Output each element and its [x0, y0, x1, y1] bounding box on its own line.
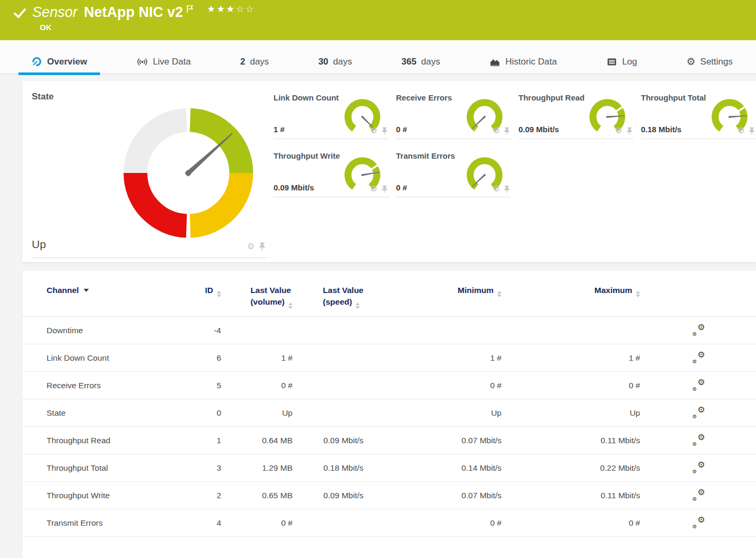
sort-icon [288, 303, 293, 309]
sensor-header: Sensor NetApp NIC v2 ★★★☆☆ OK [0, 0, 756, 40]
cell-maximum: 0.11 Mbit/s [503, 482, 641, 509]
cell-channel[interactable]: Transmit Errors [22, 509, 192, 537]
gauge-value: 0 # [396, 125, 407, 134]
pin-icon[interactable] [626, 127, 633, 135]
tab-2-days[interactable]: 2 days [227, 51, 281, 74]
tab-30-days[interactable]: 30 days [306, 51, 365, 74]
channel-settings-gear-icon[interactable]: ⚙⚙ [693, 406, 705, 418]
column-header-channel[interactable]: Channel [22, 271, 192, 317]
area-chart-icon [489, 57, 500, 67]
channel-settings-gear-icon[interactable]: ⚙⚙ [693, 351, 705, 363]
cell-id: 4 [192, 509, 222, 537]
channel-settings-gear-icon[interactable]: ⚙⚙ [693, 324, 705, 335]
channel-settings-gear-icon[interactable]: ⚙⚙ [693, 461, 705, 473]
page-title: NetApp NIC v2 [84, 4, 184, 21]
tab-overview[interactable]: Overview [19, 51, 100, 74]
tab-log[interactable]: Log [594, 51, 650, 74]
pin-icon[interactable] [749, 127, 755, 135]
cell-last-value-volume: 0.65 MB [222, 482, 294, 509]
gauge-panel-throughput-total: Throughput Total 0.18 Mbit/s ⚙ [641, 89, 756, 139]
cell-last-value-speed [294, 344, 365, 372]
cell-minimum: 0.07 Mbit/s [365, 482, 503, 509]
cell-channel[interactable]: Receive Errors [22, 372, 192, 399]
channel-gear-icon[interactable]: ⚙ [493, 185, 500, 193]
channel-gear-icon[interactable]: ⚙ [370, 126, 377, 135]
channel-settings-gear-icon[interactable]: ⚙⚙ [693, 379, 705, 390]
cell-actions: ⚙⚙ [641, 509, 756, 537]
channel-settings-gear-icon[interactable]: ⚙⚙ [693, 434, 705, 445]
cell-channel[interactable]: Downtime [22, 317, 192, 344]
channels-table-card: Channel ID Last Value (volume) Last Valu… [22, 271, 756, 558]
state-value: Up [32, 238, 46, 251]
cell-last-value-volume: 0 # [222, 372, 294, 399]
gauge-value: 0 # [396, 183, 407, 192]
cell-last-value-speed [294, 317, 365, 344]
tab-historic-data[interactable]: Historic Data [477, 51, 569, 74]
pin-icon[interactable] [381, 127, 388, 135]
cell-last-value-volume: Up [222, 399, 294, 427]
cell-id: -4 [192, 317, 222, 344]
cell-last-value-volume: 0.64 MB [222, 427, 294, 454]
state-donut-gauge [123, 107, 254, 239]
table-row: Throughput Total 3 1.29 MB 0.18 Mbit/s 0… [22, 454, 756, 482]
log-list-icon [606, 57, 617, 67]
column-header-last-value-speed[interactable]: Last Value (speed) [294, 271, 365, 317]
tab-live-data[interactable]: Live Data [124, 51, 204, 74]
tab-365-days[interactable]: 365 days [389, 51, 453, 74]
cell-last-value-speed [294, 509, 365, 537]
pin-icon[interactable] [504, 127, 510, 135]
cell-last-value-volume: 0 # [222, 509, 294, 537]
flag-icon[interactable] [186, 5, 194, 13]
cell-maximum [503, 317, 641, 344]
gauge-panel-receive-errors: Receive Errors 0 # ⚙ [396, 89, 512, 139]
column-header-maximum[interactable]: Maximum [503, 271, 641, 317]
tab-settings[interactable]: ⚙ Settings [674, 51, 745, 74]
priority-stars[interactable]: ★★★☆☆ [207, 3, 255, 15]
pin-icon[interactable] [504, 185, 510, 193]
cell-channel[interactable]: Throughput Total [22, 454, 192, 482]
cell-actions: ⚙⚙ [641, 317, 756, 344]
channel-settings-gear-icon[interactable]: ⚙⚙ [693, 516, 705, 528]
gauge-icon [31, 56, 42, 67]
column-header-id[interactable]: ID [192, 271, 222, 317]
state-panel-title: State [32, 92, 54, 102]
channel-gear-icon[interactable]: ⚙ [737, 126, 745, 135]
channel-gear-icon[interactable]: ⚙ [247, 242, 254, 251]
cell-minimum: 0.14 Mbit/s [365, 454, 503, 482]
channel-gear-icon[interactable]: ⚙ [615, 126, 622, 135]
gauge-panel-throughput-write: Throughput Write 0.09 Mbit/s ⚙ [274, 148, 389, 197]
panel-divider [32, 258, 267, 258]
cell-maximum: 0.22 Mbit/s [503, 454, 641, 482]
cell-channel[interactable]: Throughput Read [22, 427, 192, 454]
cell-minimum: 0 # [365, 509, 503, 537]
channel-gear-icon[interactable]: ⚙ [493, 126, 500, 135]
cell-minimum: 0 # [365, 372, 503, 399]
sort-icon [636, 291, 640, 297]
cell-id: 1 [192, 427, 222, 454]
state-gauge-panel: State Up ⚙ [22, 81, 274, 262]
cell-last-value-speed: 0.09 Mbit/s [294, 482, 365, 509]
table-row: State 0 Up Up Up ⚙⚙ [22, 399, 756, 427]
cell-last-value-volume: 1.29 MB [222, 454, 294, 482]
channel-gear-icon[interactable]: ⚙ [370, 185, 377, 193]
pin-icon[interactable] [381, 185, 388, 193]
tab-bar: Overview Live Data 2 days 30 days 365 da… [0, 40, 756, 74]
table-header-row: Channel ID Last Value (volume) Last Valu… [22, 271, 756, 317]
column-header-minimum[interactable]: Minimum [365, 271, 503, 317]
cell-channel[interactable]: State [22, 399, 192, 427]
sort-icon [217, 291, 221, 297]
cell-id: 0 [192, 399, 222, 427]
cell-id: 6 [192, 344, 222, 372]
channel-settings-gear-icon[interactable]: ⚙⚙ [693, 489, 705, 500]
cell-last-value-speed [294, 372, 365, 399]
cell-channel[interactable]: Throughput Write [22, 482, 192, 509]
cell-channel[interactable]: Link Down Count [22, 344, 192, 372]
cell-maximum: 1 # [503, 344, 641, 372]
gauge-value: 0.09 Mbit/s [274, 183, 314, 192]
cell-id: 5 [192, 372, 222, 399]
pin-icon[interactable] [259, 242, 266, 251]
column-header-last-value-volume[interactable]: Last Value (volume) [222, 271, 294, 317]
cell-last-value-speed: 0.09 Mbit/s [294, 427, 365, 454]
gauge-panel-throughput-read: Throughput Read 0.09 Mbit/s ⚙ [518, 89, 634, 139]
cell-maximum: 0 # [503, 372, 641, 399]
